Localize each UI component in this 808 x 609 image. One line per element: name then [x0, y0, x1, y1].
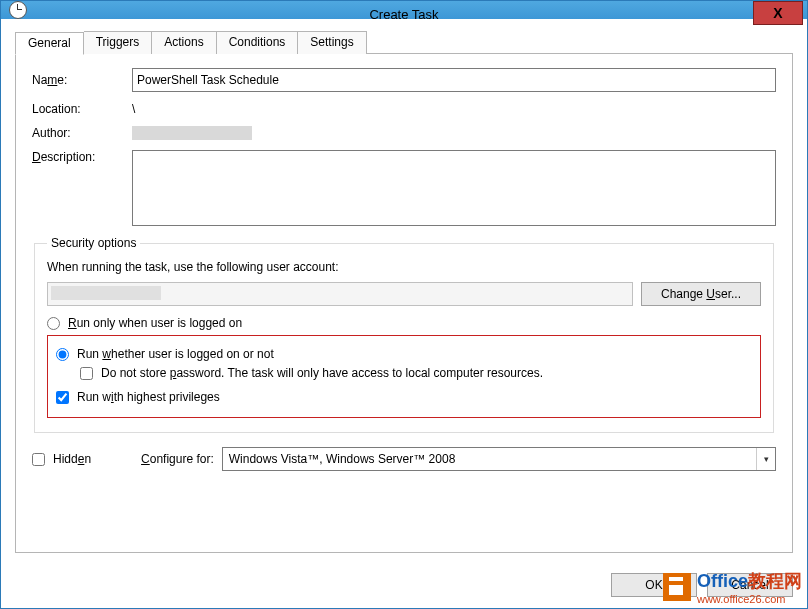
radio-run-logged-on-label: Run only when user is logged on [68, 316, 242, 330]
close-button[interactable]: X [753, 1, 803, 25]
tab-conditions[interactable]: Conditions [217, 31, 299, 54]
row-location: Location: \ [32, 102, 776, 116]
check-highest-privileges[interactable]: Run with highest privileges [56, 390, 752, 404]
author-value-redacted [132, 126, 252, 140]
tab-general[interactable]: General [15, 32, 84, 55]
check-hidden[interactable]: Hidden [32, 452, 91, 466]
window-title: Create Task [369, 7, 438, 22]
general-panel: Name: Location: \ Author: Description: [15, 53, 793, 553]
radio-run-whether-input[interactable] [56, 348, 69, 361]
check-no-store-password[interactable]: Do not store password. The task will onl… [80, 366, 752, 380]
radio-run-whether-label: Run whether user is logged on or not [77, 347, 274, 361]
security-prompt: When running the task, use the following… [47, 260, 761, 274]
location-label: Location: [32, 102, 132, 116]
check-highest-privileges-label: Run with highest privileges [77, 390, 220, 404]
check-no-store-password-label: Do not store password. The task will onl… [101, 366, 543, 380]
ok-button[interactable]: OK [611, 573, 697, 597]
highlight-box: Run whether user is logged on or not Do … [47, 335, 761, 418]
check-hidden-label: Hidden [53, 452, 91, 466]
location-value: \ [132, 102, 135, 116]
row-description: Description: [32, 150, 776, 226]
account-row: Change User... [47, 282, 761, 306]
chevron-down-icon[interactable]: ▾ [756, 448, 775, 470]
change-user-button[interactable]: Change User... [641, 282, 761, 306]
client-area: General Triggers Actions Conditions Sett… [1, 19, 807, 561]
bottom-row: Hidden Configure for: Windows Vista™, Wi… [32, 447, 776, 471]
tab-actions[interactable]: Actions [152, 31, 216, 54]
check-highest-privileges-input[interactable] [56, 391, 69, 404]
create-task-window: Create Task X General Triggers Actions C… [0, 0, 808, 609]
account-display [47, 282, 633, 306]
configure-for-label: Configure for: [141, 452, 214, 466]
check-no-store-password-input[interactable] [80, 367, 93, 380]
cancel-button[interactable]: Cancel [707, 573, 793, 597]
description-textarea[interactable] [132, 150, 776, 226]
radio-run-logged-on-input[interactable] [47, 317, 60, 330]
row-author: Author: [32, 126, 776, 140]
configure-for-combo[interactable]: Windows Vista™, Windows Server™ 2008 ▾ [222, 447, 776, 471]
tab-settings[interactable]: Settings [298, 31, 366, 54]
tab-triggers[interactable]: Triggers [84, 31, 153, 54]
radio-run-whether[interactable]: Run whether user is logged on or not [56, 347, 752, 361]
account-value-redacted [51, 286, 161, 300]
task-scheduler-icon [9, 1, 27, 19]
tab-strip: General Triggers Actions Conditions Sett… [15, 31, 793, 54]
check-hidden-input[interactable] [32, 453, 45, 466]
name-input[interactable] [132, 68, 776, 92]
security-options-group: Security options When running the task, … [34, 236, 774, 433]
row-name: Name: [32, 68, 776, 92]
titlebar[interactable]: Create Task X [1, 1, 807, 19]
close-icon: X [773, 5, 782, 21]
name-label: Name: [32, 73, 132, 87]
configure-for-value: Windows Vista™, Windows Server™ 2008 [223, 452, 756, 466]
author-label: Author: [32, 126, 132, 140]
security-legend: Security options [47, 236, 140, 250]
dialog-button-row: OK Cancel [1, 561, 807, 609]
radio-run-logged-on[interactable]: Run only when user is logged on [47, 316, 761, 330]
description-label: Description: [32, 150, 132, 164]
